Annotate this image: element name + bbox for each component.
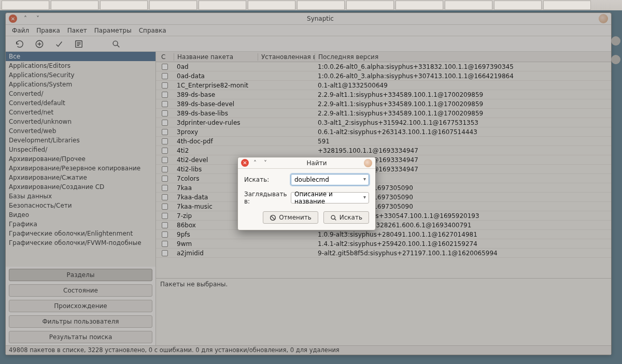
category-item[interactable]: Графические оболочки/Enlightenment (6, 229, 156, 238)
menu-package[interactable]: Пакет (67, 27, 87, 34)
filter-results-button[interactable]: Результаты поиска (9, 331, 152, 343)
category-item[interactable]: Unspecified/ (6, 145, 156, 154)
task-thumb[interactable] (395, 1, 443, 10)
status-checkbox[interactable] (156, 101, 174, 107)
category-item[interactable]: Графика (6, 220, 156, 229)
category-item[interactable]: Графические оболочки/FVWM-подобные (6, 238, 156, 247)
status-checkbox[interactable] (156, 166, 174, 172)
task-thumb[interactable] (346, 1, 394, 10)
category-item[interactable]: Все (6, 52, 156, 61)
status-checkbox[interactable] (156, 73, 174, 79)
search-input[interactable] (291, 174, 369, 185)
table-row[interactable]: 7kaa-data331805.100.1.1@1697305090 (156, 193, 611, 202)
maximize-icon[interactable]: ˄ (21, 14, 30, 23)
search-icon[interactable] (111, 39, 121, 49)
table-row[interactable]: 9wm1.4.1-alt2:sisyphus+259420.100.1.1@16… (156, 239, 611, 249)
status-checkbox[interactable] (156, 194, 174, 200)
category-item[interactable]: Applications/System (6, 80, 156, 89)
status-checkbox[interactable] (156, 120, 174, 126)
task-thumb[interactable] (199, 1, 246, 10)
col-installed[interactable]: Установленная верс (258, 53, 315, 61)
table-row[interactable]: 389-ds-base2.2.9-alt1.1:sisyphus+334589.… (156, 90, 611, 99)
table-row[interactable]: 389-ds-base-devel2.2.9-alt1.1:sisyphus+3… (156, 99, 611, 109)
col-latest[interactable]: Последняя версия (315, 53, 611, 61)
col-status[interactable]: С (156, 53, 174, 61)
category-item[interactable]: Архивирование/Сжатие (6, 173, 156, 182)
task-thumb[interactable] (248, 1, 295, 10)
tray-icon[interactable] (611, 36, 620, 46)
apply-icon[interactable] (54, 39, 64, 49)
category-item[interactable]: Applications/Editors (6, 61, 156, 70)
filter-origin-button[interactable]: Происхождение (9, 300, 152, 312)
status-checkbox[interactable] (156, 110, 174, 117)
search-button[interactable]: Искать (323, 211, 369, 224)
status-checkbox[interactable] (156, 222, 174, 228)
table-row[interactable]: 7kaa-music331805.100.1.1@1697305090 (156, 202, 611, 211)
table-row[interactable]: 86box4.0-alt1:sisyphus+328261.600.6.1@16… (156, 221, 611, 230)
table-row[interactable]: 3dprinter-udev-rules0.3-alt1_2:sisyphus+… (156, 118, 611, 127)
table-row[interactable]: a2jmidid9-alt2.git5b8f5d:sisyphus+271197… (156, 249, 611, 258)
table-row[interactable]: 3proxy0.6.1-alt2:sisyphus+263143.100.1.1… (156, 127, 611, 137)
table-row[interactable]: 4th-doc-pdf591 (156, 137, 611, 146)
status-checkbox[interactable] (156, 250, 174, 256)
task-thumb[interactable] (51, 1, 98, 10)
table-row[interactable]: 0ad-data1:0.0.26-alt0_3.alpha:sisyphus+3… (156, 71, 611, 81)
tray-icon[interactable] (611, 55, 620, 64)
task-thumb[interactable] (543, 1, 591, 10)
status-checkbox[interactable] (156, 92, 174, 98)
filter-user-button[interactable]: Фильтры пользователя (9, 315, 152, 328)
menu-settings[interactable]: Параметры (94, 27, 132, 34)
category-item[interactable]: Applications/Security (6, 70, 156, 80)
menu-file[interactable]: Файл (12, 27, 29, 34)
lookin-select[interactable]: Описание и название (291, 192, 369, 203)
status-checkbox[interactable] (156, 203, 174, 210)
mark-upgrades-icon[interactable] (35, 39, 44, 49)
table-row[interactable]: 4ti2-devel+328195.100.1.1@1693334947 (156, 155, 611, 165)
table-row[interactable]: 9pfs1.0.9-alt3:sisyphus+280491.100.1.1@1… (156, 230, 611, 239)
filter-sections-button[interactable]: Разделы (9, 269, 152, 281)
category-item[interactable]: Converted/default (6, 98, 156, 108)
table-row[interactable]: 389-ds-base-libs2.2.9-alt1.1:sisyphus+33… (156, 109, 611, 118)
status-checkbox[interactable] (156, 138, 174, 144)
filter-state-button[interactable]: Состояние (9, 284, 152, 297)
category-item[interactable]: Development/Libraries (6, 136, 156, 145)
category-item[interactable]: Архивирование/Создание CD (6, 182, 156, 192)
task-thumb[interactable] (149, 1, 197, 10)
close-icon[interactable]: ✕ (9, 14, 17, 23)
table-row[interactable]: 0ad1:0.0.26-alt0_6.alpha:sisyphus+331832… (156, 62, 611, 71)
table-row[interactable]: 7colors326 (156, 174, 611, 183)
properties-icon[interactable] (74, 39, 83, 49)
category-item[interactable]: Converted/net (6, 108, 156, 117)
category-item[interactable]: Converted/web (6, 126, 156, 136)
task-thumb[interactable] (445, 1, 492, 10)
table-row[interactable]: 4ti2+328195.100.1.1@1693334947 (156, 146, 611, 155)
package-table[interactable]: С Название пакета Установленная верс Пос… (156, 52, 611, 278)
table-row[interactable]: 7kaa331805.100.1.1@1697305090 (156, 183, 611, 193)
category-item[interactable]: Базы данных (6, 192, 156, 201)
menu-help[interactable]: Справка (139, 27, 166, 34)
category-item[interactable]: Converted/ (6, 89, 156, 98)
status-checkbox[interactable] (156, 241, 174, 247)
category-item[interactable]: Архивирование/Резервное копирование (6, 164, 156, 173)
menu-edit[interactable]: Правка (36, 27, 60, 34)
status-checkbox[interactable] (156, 231, 174, 238)
table-row[interactable]: 4ti2-libs+328195.100.1.1@1693334947 (156, 165, 611, 174)
reload-icon[interactable] (15, 39, 24, 49)
status-checkbox[interactable] (156, 157, 174, 163)
table-row[interactable]: 1C_Enterprise82-monit0.1-alt1@1332500649 (156, 81, 611, 90)
close-icon[interactable]: ✕ (241, 159, 249, 167)
titlebar[interactable]: ✕ ˄ ˅ Synaptic (6, 13, 611, 25)
minimize-icon[interactable]: ˅ (34, 14, 42, 23)
status-checkbox[interactable] (156, 129, 174, 135)
category-item[interactable]: Безопасность/Сети (6, 201, 156, 210)
table-row[interactable]: 7-zip23.01-alt1:sisyphus+330547.100.1.1@… (156, 211, 611, 221)
category-item[interactable]: Видео (6, 210, 156, 220)
task-thumb[interactable] (494, 1, 542, 10)
dialog-titlebar[interactable]: ✕ ˄ ˅ Найти (238, 157, 375, 169)
minimize-icon[interactable]: ˅ (261, 159, 270, 167)
status-checkbox[interactable] (156, 148, 174, 154)
status-checkbox[interactable] (156, 185, 174, 191)
category-item[interactable]: Converted/unknown (6, 117, 156, 126)
status-checkbox[interactable] (156, 82, 174, 89)
cancel-button[interactable]: Отменить (263, 211, 318, 224)
